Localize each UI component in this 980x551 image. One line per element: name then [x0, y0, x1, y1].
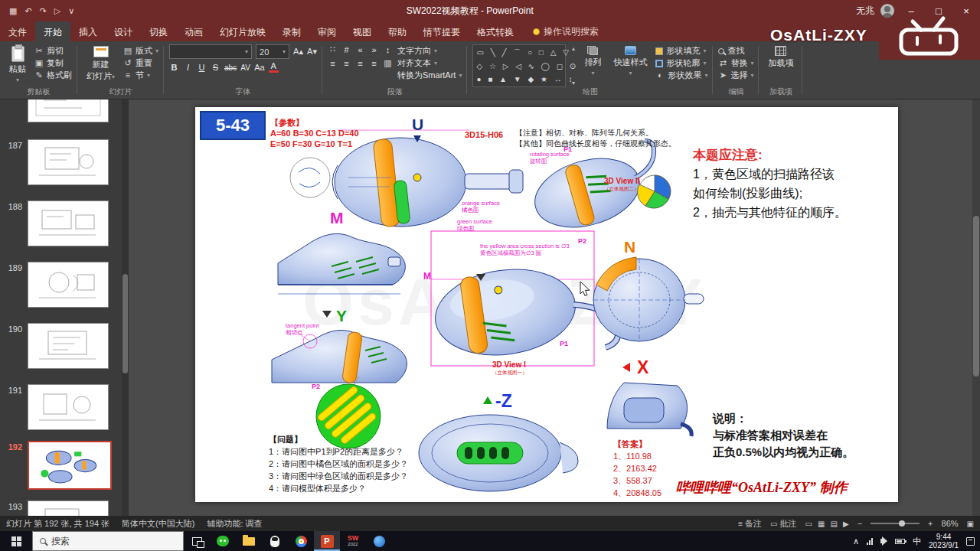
- tab-slideshow[interactable]: 幻灯片放映: [211, 21, 274, 41]
- view-label-m[interactable]: M: [330, 208, 344, 228]
- find-button[interactable]: 查找: [718, 46, 753, 56]
- view-label-u[interactable]: U: [412, 115, 423, 135]
- character-spacing-button[interactable]: AV: [240, 64, 250, 72]
- task-view-button[interactable]: [184, 531, 210, 551]
- font-color-button[interactable]: A: [269, 62, 279, 73]
- tab-record[interactable]: 录制: [274, 21, 309, 41]
- numbering-button[interactable]: #: [341, 45, 351, 54]
- view1-subcaption[interactable]: （立体视图一）: [492, 370, 528, 376]
- start-slideshow-icon[interactable]: ▷: [54, 6, 60, 16]
- arrange-button[interactable]: 排列▾: [580, 44, 605, 80]
- accessibility-status[interactable]: 辅助功能: 调查: [207, 518, 262, 530]
- copy-button[interactable]: ▣复制: [34, 58, 72, 68]
- slideshow-grid-icon[interactable]: ▦: [9, 6, 17, 16]
- increase-indent-button[interactable]: »: [369, 45, 379, 54]
- addins-button[interactable]: 加载项: [764, 44, 797, 69]
- bold-button[interactable]: B: [169, 63, 179, 72]
- notice-line-2[interactable]: 【其他】同色曲线长度相等，仔细观察其形态。: [515, 139, 676, 149]
- qq-app[interactable]: [262, 531, 288, 551]
- align-right-button[interactable]: ≡: [355, 59, 365, 68]
- section-button[interactable]: ≡节▾: [123, 70, 158, 80]
- zoom-in-button[interactable]: +: [928, 519, 933, 528]
- powerpoint-app-active[interactable]: P: [314, 531, 340, 551]
- p1-label-view1[interactable]: P1: [560, 340, 568, 348]
- font-name-combo[interactable]: ▾: [169, 44, 252, 59]
- justify-button[interactable]: ≡: [369, 59, 379, 68]
- cut-button[interactable]: ✂剪切: [34, 46, 72, 56]
- align-text-button[interactable]: 对齐文本▾: [397, 58, 462, 68]
- questions-block[interactable]: 【问题】 1：请问图中P1到P2的距离是多少？ 2：请问图中橘色区域的面积是多少…: [269, 433, 408, 494]
- redo-icon[interactable]: ↷: [40, 6, 47, 16]
- problem-code[interactable]: 3D15-H06: [465, 130, 503, 141]
- slideshow-view-button[interactable]: ▶: [843, 520, 849, 528]
- tab-storyboard[interactable]: 情节提要: [415, 21, 469, 41]
- zoom-level[interactable]: 86%: [942, 519, 959, 528]
- taskbar-search-box[interactable]: 搜索: [32, 531, 184, 551]
- thumbnail-189[interactable]: 189: [0, 262, 109, 308]
- thumbnail-scrollbar[interactable]: [122, 99, 129, 516]
- tab-format-convert[interactable]: 格式转换: [469, 21, 522, 41]
- shape-fill-button[interactable]: 形状填充▾: [655, 46, 707, 56]
- reset-button[interactable]: ↺重置: [123, 58, 158, 68]
- undo-icon[interactable]: ↶: [24, 6, 31, 16]
- action-center-icon[interactable]: [966, 537, 975, 546]
- grow-font-button[interactable]: A▴: [293, 47, 303, 57]
- p2-label-yview[interactable]: P2: [312, 383, 320, 391]
- p2-label-view2[interactable]: P2: [578, 237, 586, 246]
- format-painter-button[interactable]: ✎格式刷: [34, 70, 72, 80]
- view-label-n[interactable]: N: [624, 237, 635, 257]
- tab-transitions[interactable]: 切换: [141, 21, 176, 41]
- tab-home[interactable]: 开始: [35, 21, 70, 41]
- select-button[interactable]: ➤选择▾: [718, 70, 753, 80]
- view-label-y[interactable]: Y: [336, 306, 347, 326]
- edge-app[interactable]: [366, 531, 392, 551]
- battery-icon[interactable]: [895, 539, 905, 544]
- tab-view[interactable]: 视图: [345, 21, 380, 41]
- layout-button[interactable]: ▤版式▾: [123, 46, 158, 56]
- start-button[interactable]: [0, 531, 32, 551]
- gallery-up-icon[interactable]: ▲: [570, 46, 576, 51]
- params-block[interactable]: 【参数】 A=60 B=30 C=13 D=40 E=50 F=30 G=10 …: [270, 118, 359, 149]
- qat-customize-icon[interactable]: ∨: [68, 6, 74, 16]
- paste-button[interactable]: 粘贴▾: [5, 44, 30, 86]
- thumbnail-191[interactable]: 191: [0, 384, 109, 430]
- tab-insert[interactable]: 插入: [70, 21, 106, 41]
- decrease-indent-button[interactable]: «: [355, 45, 365, 54]
- thumbnail-187[interactable]: 187: [0, 139, 109, 185]
- network-icon[interactable]: [867, 538, 873, 545]
- italic-button[interactable]: I: [183, 63, 193, 72]
- normal-view-button[interactable]: ▭: [805, 520, 812, 528]
- view2-subcaption[interactable]: （立体视图二）: [604, 186, 639, 192]
- orange-surface-annotation[interactable]: orange surface橘色面: [462, 201, 500, 214]
- text-shadow-button[interactable]: S: [211, 63, 220, 72]
- thumbnail-190[interactable]: 190: [0, 323, 109, 369]
- tolerance-note-block[interactable]: 说明： 与标准答案相对误差在 正负0.5%以内均视为正确。: [713, 410, 854, 461]
- view-label-x[interactable]: X: [637, 357, 648, 379]
- gallery-down-icon[interactable]: ▼: [570, 80, 576, 86]
- credit-line[interactable]: 哔哩哔哩“OsAtLi-ZXY” 制作: [676, 479, 848, 497]
- tab-help[interactable]: 帮助: [380, 21, 415, 41]
- attention-note-block[interactable]: 本题应注意: 1，黄色区域的扫描路径该 如何绘制(投影曲线); 2，抽壳与其他特…: [693, 145, 847, 222]
- text-direction-button[interactable]: 文字方向▾: [397, 46, 462, 56]
- bullets-button[interactable]: ∷: [328, 44, 338, 54]
- slide-canvas[interactable]: OsAtLi-ZXY: [129, 99, 980, 516]
- volume-icon[interactable]: [880, 539, 884, 543]
- thumbnail-188[interactable]: 188: [0, 201, 109, 246]
- slide-192[interactable]: OsAtLi-ZXY: [195, 107, 898, 502]
- quick-styles-button[interactable]: 快速样式▾: [609, 44, 651, 80]
- maximize-button[interactable]: □: [928, 5, 949, 17]
- tab-animations[interactable]: 动画: [176, 21, 211, 41]
- avatar[interactable]: [880, 4, 894, 18]
- tab-review[interactable]: 审阅: [309, 21, 345, 41]
- ime-indicator[interactable]: 中: [913, 536, 921, 547]
- shape-gallery[interactable]: ▭ ╲ ╱ ⌒ ○ □ △ ▽ ◇ ☆ ▷ ◁ ∿ ◯ ◻ ⊙ ● ■ ▲ ▼ …: [472, 44, 566, 87]
- underline-button[interactable]: U: [197, 63, 207, 72]
- tray-expand-chevron[interactable]: ∧: [853, 536, 859, 546]
- change-case-button[interactable]: Aa: [254, 63, 264, 72]
- line-spacing-button[interactable]: ↕: [383, 45, 393, 54]
- file-explorer-app[interactable]: [236, 531, 262, 551]
- align-center-button[interactable]: ≡: [341, 59, 351, 68]
- m-axis-label[interactable]: M: [423, 271, 431, 282]
- reading-view-button[interactable]: ▤: [830, 520, 837, 528]
- fit-to-window-button[interactable]: ▣: [967, 520, 974, 528]
